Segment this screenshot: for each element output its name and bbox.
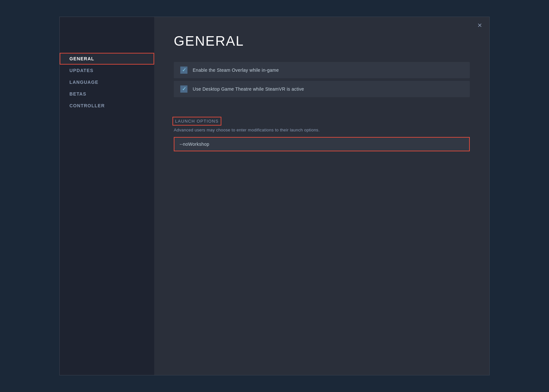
checkbox-label-steam-overlay: Enable the Steam Overlay while in-game <box>193 68 279 73</box>
checkbox-steam-overlay[interactable]: ✓ <box>180 67 187 74</box>
sidebar-item-controller[interactable]: CONTROLLER <box>60 100 154 112</box>
settings-dialog: ✕ GENERAL UPDATES LANGUAGE BETAS CONTROL… <box>59 17 490 375</box>
checkbox-row-steam-overlay[interactable]: ✓ Enable the Steam Overlay while in-game <box>174 62 470 78</box>
sidebar-item-language[interactable]: LANGUAGE <box>60 76 154 88</box>
launch-options-section: LAUNCH OPTIONS Advanced users may choose… <box>174 108 470 151</box>
checkmark-desktop-theatre: ✓ <box>182 86 186 92</box>
close-button[interactable]: ✕ <box>476 22 483 29</box>
checkbox-row-desktop-theatre[interactable]: ✓ Use Desktop Game Theatre while SteamVR… <box>174 81 470 97</box>
sidebar-item-general[interactable]: GENERAL <box>60 53 154 65</box>
checkbox-label-desktop-theatre: Use Desktop Game Theatre while SteamVR i… <box>193 86 304 92</box>
sidebar-item-betas[interactable]: BETAS <box>60 88 154 100</box>
launch-options-title: LAUNCH OPTIONS <box>174 118 220 124</box>
sidebar-item-updates[interactable]: UPDATES <box>60 65 154 76</box>
checkbox-desktop-theatre[interactable]: ✓ <box>180 85 187 93</box>
page-title: GENERAL <box>174 33 470 49</box>
launch-options-input[interactable] <box>174 137 470 151</box>
sidebar: GENERAL UPDATES LANGUAGE BETAS CONTROLLE… <box>60 17 154 375</box>
launch-options-desc: Advanced users may choose to enter modif… <box>174 128 470 132</box>
checkmark-steam-overlay: ✓ <box>182 68 186 73</box>
main-content: GENERAL ✓ Enable the Steam Overlay while… <box>154 17 489 375</box>
